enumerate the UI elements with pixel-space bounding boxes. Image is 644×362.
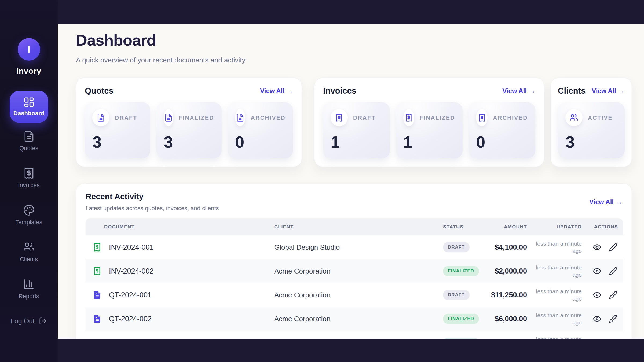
amount-value: $4,100.00 <box>486 243 527 252</box>
edit-action-button[interactable] <box>609 291 617 299</box>
column-header-actions: ACTIONS <box>582 224 623 230</box>
status-badge: FINALIZED <box>443 338 479 339</box>
updated-time: less than a minute ago <box>527 335 582 339</box>
column-header-client: CLIENT <box>274 224 443 230</box>
view-action-button[interactable] <box>593 291 601 299</box>
table-row[interactable]: INV-2024-001 Global Design Studio DRAFT … <box>86 235 623 259</box>
table-row[interactable]: QT-2024-002 Acme Corporation FINALIZED $… <box>86 307 623 331</box>
edit-action-button[interactable] <box>609 315 617 323</box>
view-action-button[interactable] <box>593 267 601 275</box>
quotes-view-all-link[interactable]: View All→ <box>260 87 293 95</box>
stat-value: 0 <box>235 134 286 150</box>
stat-value: 3 <box>164 134 214 150</box>
sidebar-nav: Dashboard Quotes Invoices Templates Clie… <box>0 91 58 300</box>
sidebar-item-clients[interactable]: Clients <box>20 241 38 263</box>
invoices-finalized-stat-tile: FINALIZED 1 <box>396 102 463 158</box>
recent-activity-subtitle: Latest updates across quotes, invoices, … <box>86 205 219 212</box>
quote-file-icon <box>92 109 109 126</box>
sidebar-item-label: Invoices <box>18 182 40 189</box>
edit-action-button[interactable] <box>609 267 617 275</box>
invoices-view-all-link[interactable]: View All→ <box>502 87 535 95</box>
quotes-finalized-stat-tile: FINALIZED 3 <box>156 102 222 158</box>
users-icon <box>23 241 35 253</box>
invoice-receipt-icon <box>476 109 488 126</box>
brand-name: Invory <box>16 67 41 76</box>
logout-button[interactable]: Log Out <box>0 317 58 325</box>
stat-label: DRAFT <box>115 114 137 121</box>
document-id: QT-2024-002 <box>109 315 152 323</box>
column-header-updated: UPDATED <box>527 224 582 230</box>
view-action-button[interactable] <box>593 338 601 339</box>
sidebar-item-templates[interactable]: Templates <box>15 204 42 226</box>
stat-label: FINALIZED <box>179 114 214 121</box>
sidebar-item-label: Clients <box>20 256 38 263</box>
stat-label: ACTIVE <box>588 114 613 121</box>
table-header-row: DOCUMENT CLIENT STATUS AMOUNT UPDATED AC… <box>86 218 623 235</box>
summary-cards-row: Quotes View All→ DRAFT 3 FINAL <box>76 78 632 167</box>
users-icon <box>565 109 583 126</box>
document-id: INV-2024-001 <box>109 243 154 252</box>
quote-file-icon <box>93 338 102 339</box>
table-row[interactable]: QT-2024-001 Acme Corporation DRAFT $11,2… <box>86 283 623 307</box>
app-logo: I <box>18 38 40 61</box>
invoices-card-title: Invoices <box>323 86 356 96</box>
page-subtitle: A quick overview of your recent document… <box>76 56 632 64</box>
amount-value: $6,000.00 <box>486 315 527 323</box>
table-body: INV-2024-001 Global Design Studio DRAFT … <box>86 235 623 339</box>
document-id: QT-2024-003 <box>109 339 152 339</box>
stat-value: 3 <box>92 134 143 150</box>
main-content: Dashboard A quick overview of your recen… <box>58 24 644 339</box>
activity-view-all-link[interactable]: View All→ <box>589 198 622 206</box>
status-badge: DRAFT <box>443 242 470 252</box>
file-text-icon <box>23 130 35 142</box>
status-badge: DRAFT <box>443 290 470 300</box>
dashboard-grid-icon <box>23 97 35 108</box>
quotes-card-title: Quotes <box>85 86 114 96</box>
app-window: I Invory Dashboard Quotes Invoices Templ… <box>0 0 644 362</box>
view-action-button[interactable] <box>593 315 601 323</box>
clients-view-all-link[interactable]: View All→ <box>592 87 625 95</box>
client-name: TechStart Inc. <box>274 339 443 339</box>
stat-value: 3 <box>565 134 617 150</box>
invoices-summary-card: Invoices View All→ DRAFT 1 FIN <box>314 78 544 167</box>
arrow-right-icon: → <box>287 87 293 94</box>
quotes-summary-card: Quotes View All→ DRAFT 3 FINAL <box>76 78 302 167</box>
logout-icon <box>39 317 47 325</box>
recent-activity-card: Recent Activity Latest updates across qu… <box>76 184 632 339</box>
receipt-icon <box>23 167 35 179</box>
sidebar-item-dashboard[interactable]: Dashboard <box>10 91 48 123</box>
clients-card-title: Clients <box>558 86 586 96</box>
invoice-receipt-icon <box>331 109 348 126</box>
edit-action-button[interactable] <box>609 243 617 252</box>
edit-action-button[interactable] <box>609 338 617 339</box>
table-row[interactable]: INV-2024-002 Acme Corporation FINALIZED … <box>86 259 623 283</box>
table-row[interactable]: QT-2024-003 TechStart Inc. FINALIZED $70… <box>86 331 623 339</box>
client-name: Acme Corporation <box>274 315 443 323</box>
updated-time: less than a minute ago <box>527 240 582 255</box>
clients-active-stat-tile: ACTIVE 3 <box>558 102 625 158</box>
sidebar-item-label: Reports <box>19 293 39 300</box>
sidebar-item-reports[interactable]: Reports <box>19 278 39 300</box>
document-id: QT-2024-001 <box>109 291 152 299</box>
quote-file-icon <box>93 290 102 300</box>
activity-table: DOCUMENT CLIENT STATUS AMOUNT UPDATED AC… <box>86 218 623 339</box>
quotes-draft-stat-tile: DRAFT 3 <box>85 102 150 158</box>
sidebar-item-label: Templates <box>15 219 42 226</box>
stat-value: 0 <box>476 134 528 150</box>
clients-summary-card: Clients View All→ ACTIVE 3 <box>551 78 632 167</box>
quotes-archived-stat-tile: ARCHIVED 0 <box>228 102 293 158</box>
sidebar-item-invoices[interactable]: Invoices <box>18 167 40 189</box>
stat-label: FINALIZED <box>420 114 455 121</box>
logo-initial: I <box>27 44 30 55</box>
arrow-right-icon: → <box>616 198 622 205</box>
invoice-receipt-icon <box>93 267 102 276</box>
arrow-right-icon: → <box>529 87 535 94</box>
sidebar-item-label: Quotes <box>19 145 38 152</box>
column-header-amount: AMOUNT <box>486 224 527 230</box>
stat-label: ARCHIVED <box>251 114 286 121</box>
view-action-button[interactable] <box>593 243 601 252</box>
client-name: Acme Corporation <box>274 267 443 275</box>
document-id: INV-2024-002 <box>109 267 154 275</box>
arrow-right-icon: → <box>618 87 625 94</box>
sidebar-item-quotes[interactable]: Quotes <box>19 130 38 152</box>
